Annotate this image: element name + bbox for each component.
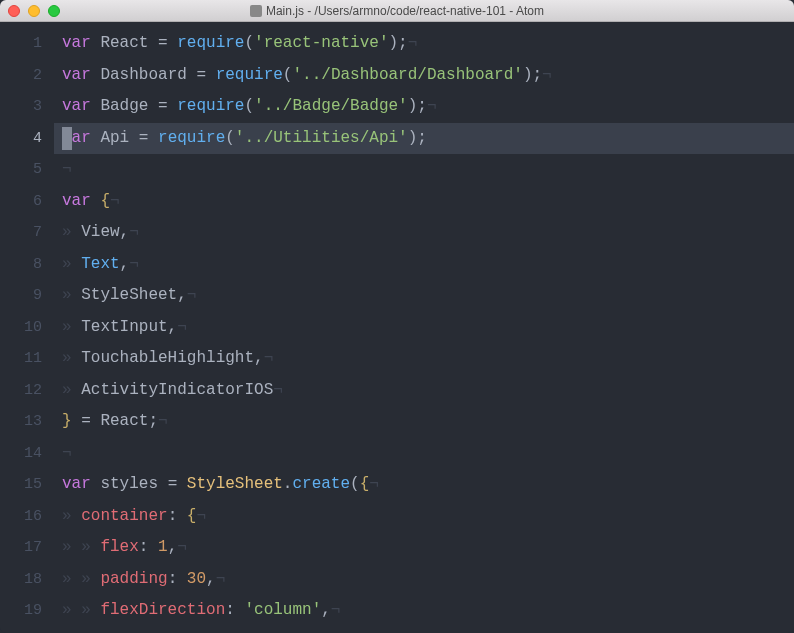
token-punct: = React; <box>72 412 158 430</box>
token-punct <box>91 192 101 210</box>
line-number[interactable]: 4 <box>0 123 54 155</box>
token-func: create <box>292 475 350 493</box>
token-punct: ); <box>523 66 542 84</box>
minimize-button[interactable] <box>28 5 40 17</box>
gutter[interactable]: 12345678910111213141516171819 <box>0 22 54 633</box>
code-line[interactable]: » StyleSheet,¬ <box>54 280 794 312</box>
token-num: 30 <box>187 570 206 588</box>
token-invisible: ¬ <box>177 538 187 556</box>
token-invisible: ¬ <box>110 192 120 210</box>
token-punct: = <box>158 34 177 52</box>
token-punct: = <box>139 129 158 147</box>
line-number[interactable]: 9 <box>0 280 54 312</box>
token-punct: ( <box>244 34 254 52</box>
token-invisible: ¬ <box>196 507 206 525</box>
token-invisible: » <box>62 349 81 367</box>
token-invisible: ¬ <box>331 601 341 619</box>
token-invisible: » » <box>62 601 100 619</box>
token-prop: flex <box>100 538 138 556</box>
code-line[interactable]: » ActivityIndicatorIOS¬ <box>54 375 794 407</box>
code-line[interactable]: » » flex: 1,¬ <box>54 532 794 564</box>
token-invisible: » <box>62 507 81 525</box>
token-punct: TextInput, <box>81 318 177 336</box>
token-punct: ( <box>244 97 254 115</box>
token-func: require <box>177 97 244 115</box>
close-button[interactable] <box>8 5 20 17</box>
code-line[interactable]: » Text,¬ <box>54 249 794 281</box>
code-line[interactable]: ¬ <box>54 154 794 186</box>
code-line[interactable]: » » padding: 30,¬ <box>54 564 794 596</box>
token-invisible: ¬ <box>216 570 226 588</box>
code-area[interactable]: var React = require('react-native');¬var… <box>54 22 794 633</box>
line-number[interactable]: 8 <box>0 249 54 281</box>
token-invisible: ¬ <box>62 444 72 462</box>
editor-window: Main.js - /Users/armno/code/react-native… <box>0 0 794 633</box>
token-kw: var <box>62 475 91 493</box>
token-brace: } <box>62 412 72 430</box>
maximize-button[interactable] <box>48 5 60 17</box>
token-func: require <box>158 129 225 147</box>
line-number[interactable]: 1 <box>0 28 54 60</box>
line-number[interactable]: 19 <box>0 595 54 627</box>
code-line[interactable]: var {¬ <box>54 186 794 218</box>
window-title-text: Main.js - /Users/armno/code/react-native… <box>266 4 544 18</box>
token-punct: styles <box>91 475 168 493</box>
token-str: '../Dashboard/Dashboard' <box>292 66 522 84</box>
token-invisible: » » <box>62 570 100 588</box>
editor-area[interactable]: 12345678910111213141516171819 var React … <box>0 22 794 633</box>
code-line[interactable]: var Badge = require('../Badge/Badge');¬ <box>54 91 794 123</box>
token-invisible: » <box>62 255 81 273</box>
token-invisible: ¬ <box>187 286 197 304</box>
code-line[interactable]: } = React;¬ <box>54 406 794 438</box>
line-number[interactable]: 17 <box>0 532 54 564</box>
token-styles-name: StyleSheet <box>187 475 283 493</box>
line-number[interactable]: 11 <box>0 343 54 375</box>
code-line[interactable]: var styles = StyleSheet.create({¬ <box>54 469 794 501</box>
code-line[interactable]: » TouchableHighlight,¬ <box>54 343 794 375</box>
code-line[interactable]: » container: {¬ <box>54 501 794 533</box>
code-line[interactable]: var Api = require('../Utilities/Api'); <box>54 123 794 155</box>
token-punct: StyleSheet, <box>81 286 187 304</box>
token-punct: Api <box>91 129 139 147</box>
line-number[interactable]: 12 <box>0 375 54 407</box>
token-invisible: ¬ <box>158 412 168 430</box>
line-number[interactable]: 7 <box>0 217 54 249</box>
token-invisible: ¬ <box>408 34 418 52</box>
token-kw: var <box>62 34 91 52</box>
token-punct: ); <box>408 129 427 147</box>
token-invisible: » <box>62 223 81 241</box>
token-punct: ( <box>350 475 360 493</box>
code-line[interactable]: var React = require('react-native');¬ <box>54 28 794 60</box>
line-number[interactable]: 3 <box>0 91 54 123</box>
token-punct: ( <box>225 129 235 147</box>
token-invisible: ¬ <box>129 255 139 273</box>
code-line[interactable]: ¬ <box>54 438 794 470</box>
token-prop: flexDirection <box>100 601 225 619</box>
line-number[interactable]: 13 <box>0 406 54 438</box>
code-line[interactable]: var Dashboard = require('../Dashboard/Da… <box>54 60 794 92</box>
token-punct: = <box>158 97 177 115</box>
token-kw: var <box>62 97 91 115</box>
token-invisible: » <box>62 286 81 304</box>
line-number[interactable]: 16 <box>0 501 54 533</box>
line-number[interactable]: 14 <box>0 438 54 470</box>
titlebar[interactable]: Main.js - /Users/armno/code/react-native… <box>0 0 794 22</box>
line-number[interactable]: 15 <box>0 469 54 501</box>
token-punct: , <box>120 255 130 273</box>
window-title: Main.js - /Users/armno/code/react-native… <box>8 4 786 18</box>
token-punct: ); <box>388 34 407 52</box>
token-invisible: ¬ <box>273 381 283 399</box>
code-line[interactable]: » TextInput,¬ <box>54 312 794 344</box>
token-punct: , <box>321 601 331 619</box>
line-number[interactable]: 6 <box>0 186 54 218</box>
token-prop-blue: Text <box>81 255 119 273</box>
token-str: '../Utilities/Api' <box>235 129 408 147</box>
code-line[interactable]: » » flexDirection: 'column',¬ <box>54 595 794 627</box>
line-number[interactable]: 10 <box>0 312 54 344</box>
line-number[interactable]: 2 <box>0 60 54 92</box>
token-str: '../Badge/Badge' <box>254 97 408 115</box>
code-line[interactable]: » View,¬ <box>54 217 794 249</box>
line-number[interactable]: 5 <box>0 154 54 186</box>
token-punct: TouchableHighlight, <box>81 349 263 367</box>
line-number[interactable]: 18 <box>0 564 54 596</box>
